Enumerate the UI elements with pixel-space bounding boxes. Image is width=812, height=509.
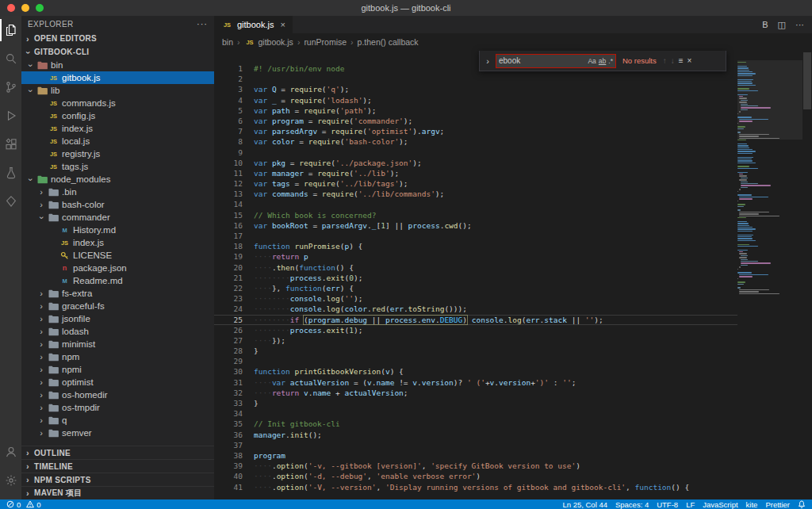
code-line-5[interactable]: 5var path = require('path'); bbox=[214, 105, 737, 116]
npm-scripts-section[interactable]: ›NPM SCRIPTS bbox=[21, 473, 214, 486]
line-number[interactable]: 19 bbox=[214, 251, 243, 262]
breadcrumb-item[interactable]: runPromise bbox=[304, 37, 347, 47]
tree-folder-npm[interactable]: ›npm bbox=[21, 350, 214, 363]
code-line-22[interactable]: 22····}, function(err) { bbox=[214, 283, 737, 293]
timeline-section[interactable]: ›TIMELINE bbox=[21, 459, 214, 473]
line-number[interactable]: 34 bbox=[214, 408, 243, 419]
line-number[interactable]: 16 bbox=[214, 220, 243, 231]
tree-folder-graceful-fs[interactable]: ›graceful-fs bbox=[21, 300, 214, 312]
tree-folder-os-homedir[interactable]: ›os-homedir bbox=[21, 388, 214, 401]
minimap[interactable] bbox=[737, 51, 802, 499]
line-number[interactable]: 26 bbox=[214, 325, 243, 335]
line-number[interactable]: 6 bbox=[214, 116, 243, 126]
tree-folder-.bin[interactable]: ›.bin bbox=[21, 186, 214, 198]
code-line-3[interactable]: 3var Q = require('q'); bbox=[214, 84, 737, 94]
line-number[interactable]: 23 bbox=[214, 293, 243, 304]
code-line-12[interactable]: 12var tags = require('../lib/tags'); bbox=[214, 178, 737, 189]
code-line-39[interactable]: 39····.option('-v, --gitbook [version]',… bbox=[214, 461, 737, 471]
tree-folder-bin[interactable]: ›bin bbox=[21, 59, 214, 71]
line-number[interactable]: 17 bbox=[214, 231, 243, 241]
tree-file-registry.js[interactable]: JSregistry.js bbox=[21, 147, 214, 160]
tree-file-index.js[interactable]: JSindex.js bbox=[21, 236, 214, 249]
line-number[interactable]: 32 bbox=[214, 388, 243, 398]
scrollbar-slider[interactable] bbox=[803, 52, 811, 109]
find-close-icon[interactable]: × bbox=[688, 56, 692, 65]
tree-folder-commander[interactable]: ›commander bbox=[21, 211, 214, 224]
more-actions-icon[interactable]: ··· bbox=[795, 20, 804, 29]
more-actions-icon[interactable]: ··· bbox=[197, 19, 208, 29]
code-line-33[interactable]: 33} bbox=[214, 398, 737, 408]
line-number[interactable]: 37 bbox=[214, 440, 243, 450]
code-line-8[interactable]: 8var color = require('bash-color'); bbox=[214, 136, 737, 147]
code-line-14[interactable]: 14 bbox=[214, 199, 737, 209]
line-number[interactable]: 22 bbox=[214, 283, 243, 293]
extensions-icon[interactable] bbox=[0, 130, 21, 159]
split-editor-icon[interactable]: ◫ bbox=[778, 20, 786, 30]
line-number[interactable]: 4 bbox=[214, 95, 243, 105]
code-line-23[interactable]: 23········console.log(''); bbox=[214, 293, 737, 304]
status-utf-8[interactable]: UTF-8 bbox=[657, 500, 678, 509]
line-number[interactable]: 18 bbox=[214, 241, 243, 251]
line-number[interactable]: 14 bbox=[214, 199, 243, 209]
code-line-28[interactable]: 28} bbox=[214, 346, 737, 356]
status-javascript[interactable]: JavaScript bbox=[703, 500, 737, 509]
line-number[interactable]: 2 bbox=[214, 74, 243, 84]
code-line-16[interactable]: 16var bookRoot = parsedArgv._[1] || proc… bbox=[214, 220, 737, 231]
line-number[interactable]: 5 bbox=[214, 105, 243, 116]
notifications-bell-icon[interactable] bbox=[798, 500, 806, 509]
match-case-icon[interactable]: Aa bbox=[588, 57, 596, 65]
line-number[interactable]: 7 bbox=[214, 126, 243, 136]
open-editors-section[interactable]: › OPEN EDITORS bbox=[21, 32, 214, 45]
tree-file-LICENSE[interactable]: LICENSE bbox=[21, 249, 214, 262]
tree-folder-os-tmpdir[interactable]: ›os-tmpdir bbox=[21, 401, 214, 414]
tree-folder-q[interactable]: ›q bbox=[21, 414, 214, 427]
line-number[interactable]: 13 bbox=[214, 189, 243, 199]
code-line-17[interactable]: 17 bbox=[214, 231, 737, 241]
code-line-10[interactable]: 10var pkg = require('../package.json'); bbox=[214, 158, 737, 168]
breadcrumb-item[interactable]: JSgitbook.js bbox=[244, 37, 293, 47]
tree-file-Readme.md[interactable]: MReadme.md bbox=[21, 274, 214, 287]
status-lf[interactable]: LF bbox=[686, 500, 695, 509]
status-kite[interactable]: kite bbox=[746, 500, 758, 509]
line-number[interactable]: 3 bbox=[214, 84, 243, 94]
code-line-34[interactable]: 34 bbox=[214, 408, 737, 419]
line-number[interactable]: 33 bbox=[214, 398, 243, 408]
line-number[interactable]: 38 bbox=[214, 450, 243, 461]
line-number[interactable]: 31 bbox=[214, 377, 243, 388]
tree-folder-node_modules[interactable]: ›node_modules bbox=[21, 173, 214, 186]
find-previous-icon[interactable]: ↑ bbox=[663, 56, 667, 65]
code-line-25[interactable]: 25········if (program.debug || process.e… bbox=[214, 315, 737, 325]
line-number[interactable]: 40 bbox=[214, 471, 243, 481]
tree-folder-minimist[interactable]: ›minimist bbox=[21, 338, 214, 350]
line-number[interactable]: 41 bbox=[214, 482, 243, 492]
line-number[interactable]: 21 bbox=[214, 273, 243, 283]
code-line-13[interactable]: 13var commands = require('../lib/command… bbox=[214, 189, 737, 199]
line-number[interactable]: 29 bbox=[214, 356, 243, 366]
find-next-icon[interactable]: ↓ bbox=[671, 56, 675, 65]
code-line-41[interactable]: 41····.option('-V, --version', 'Display … bbox=[214, 482, 737, 492]
find-in-selection-icon[interactable]: ≡ bbox=[679, 56, 684, 65]
outline-section[interactable]: ›OUTLINE bbox=[21, 446, 214, 459]
line-number[interactable]: 20 bbox=[214, 262, 243, 273]
code-line-6[interactable]: 6var program = require('commander'); bbox=[214, 116, 737, 126]
line-number[interactable]: 28 bbox=[214, 346, 243, 356]
code-line-35[interactable]: 35// Init gitbook-cli bbox=[214, 419, 737, 429]
toggle-replace-icon[interactable]: › bbox=[484, 56, 492, 66]
tree-folder-optimist[interactable]: ›optimist bbox=[21, 376, 214, 388]
code-line-4[interactable]: 4var _ = require('lodash'); bbox=[214, 95, 737, 105]
line-number[interactable]: 12 bbox=[214, 178, 243, 189]
breadcrumb-item[interactable]: p.then() callback bbox=[358, 37, 419, 47]
tree-file-config.js[interactable]: JSconfig.js bbox=[21, 109, 214, 122]
code-line-7[interactable]: 7var parsedArgv = require('optimist').ar… bbox=[214, 126, 737, 136]
status-prettier[interactable]: Prettier bbox=[765, 500, 790, 509]
source-control-icon[interactable] bbox=[0, 73, 21, 101]
code-line-21[interactable]: 21········process.exit(0); bbox=[214, 273, 737, 283]
code-line-29[interactable]: 29 bbox=[214, 356, 737, 366]
tree-folder-semver[interactable]: ›semver bbox=[21, 427, 214, 439]
code-line-38[interactable]: 38program bbox=[214, 450, 737, 461]
tree-folder-npmi[interactable]: ›npmi bbox=[21, 363, 214, 376]
line-number[interactable]: 1 bbox=[214, 63, 243, 74]
tree-file-index.js[interactable]: JSindex.js bbox=[21, 122, 214, 135]
line-number[interactable]: 10 bbox=[214, 158, 243, 168]
code-line-30[interactable]: 30function printGitbookVersion(v) { bbox=[214, 366, 737, 377]
